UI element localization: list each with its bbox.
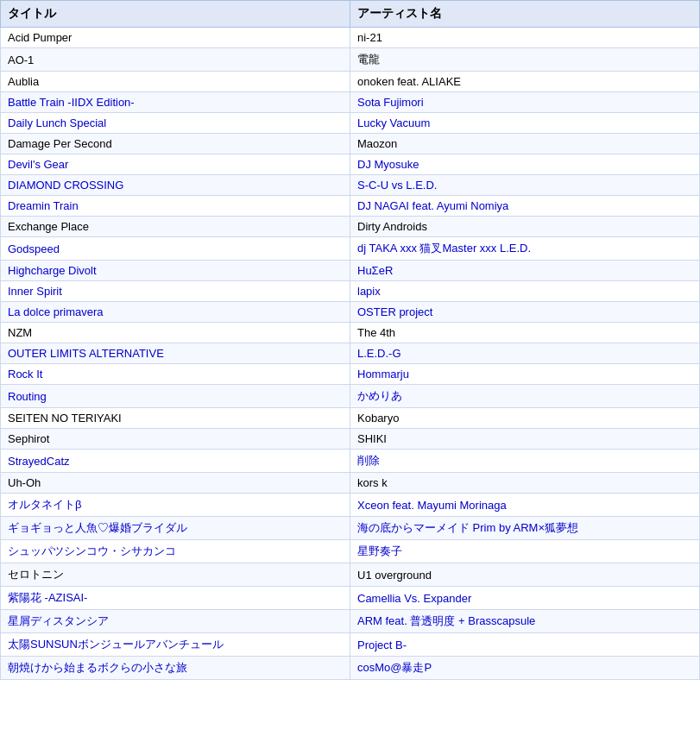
table-row: Rock ItHommarju xyxy=(1,364,700,385)
song-title: NZM xyxy=(1,323,350,343)
song-artist: U1 overground xyxy=(350,563,700,587)
song-artist: 削除 xyxy=(350,450,700,473)
song-artist: 海の底からマーメイド Prim by ARM×狐夢想 xyxy=(350,517,700,540)
song-title: Damage Per Second xyxy=(1,134,350,154)
table-row: 星屑ディスタンシアARM feat. 普透明度 + Brasscapsule xyxy=(1,610,700,633)
table-row: Dreamin TrainDJ NAGAI feat. Ayumi Nomiya xyxy=(1,196,700,217)
song-title: セロトニン xyxy=(1,563,350,587)
table-row: シュッパツシンコウ・シサカンコ星野奏子 xyxy=(1,540,700,563)
table-row: SEITEN NO TERIYAKIKobaryo xyxy=(1,408,700,429)
song-title: Godspeed xyxy=(1,237,350,261)
song-list-table: タイトル アーティスト名 Acid Pumperni-21AO-1電龍Aubli… xyxy=(0,0,700,680)
song-title: Inner Spirit xyxy=(1,281,350,302)
table-row: 紫陽花 -AZISAI-Camellia Vs. Expander xyxy=(1,587,700,610)
song-title: Exchange Place xyxy=(1,217,350,237)
song-title: 星屑ディスタンシア xyxy=(1,610,350,633)
table-row: Battle Train -IIDX Edition-Sota Fujimori xyxy=(1,92,700,113)
song-artist: L.E.D.-G xyxy=(350,343,700,364)
song-artist: ARM feat. 普透明度 + Brasscapsule xyxy=(350,610,700,633)
table-row: Daily Lunch SpecialLucky Vacuum xyxy=(1,113,700,134)
song-title: La dolce primavera xyxy=(1,302,350,323)
song-title: DIAMOND CROSSING xyxy=(1,175,350,196)
song-artist: Sota Fujimori xyxy=(350,92,700,113)
song-artist: dj TAKA xxx 猫叉Master xxx L.E.D. xyxy=(350,237,700,261)
table-row: Godspeeddj TAKA xxx 猫叉Master xxx L.E.D. xyxy=(1,237,700,261)
table-row: 朝焼けから始まるボクらの小さな旅cosMo@暴走P xyxy=(1,657,700,680)
song-title: Battle Train -IIDX Edition- xyxy=(1,92,350,113)
table-row: Aubliaonoken feat. ALIAKE xyxy=(1,72,700,92)
song-artist: onoken feat. ALIAKE xyxy=(350,72,700,92)
table-row: OUTER LIMITS ALTERNATIVEL.E.D.-G xyxy=(1,343,700,364)
song-artist: Kobaryo xyxy=(350,408,700,429)
song-artist: kors k xyxy=(350,473,700,494)
song-title: Devil's Gear xyxy=(1,154,350,175)
song-title: 朝焼けから始まるボクらの小さな旅 xyxy=(1,657,350,680)
table-row: 太陽SUNSUNボンジュールアバンチュールProject B- xyxy=(1,633,700,657)
table-row: Exchange PlaceDirty Androids xyxy=(1,217,700,237)
table-row: Damage Per SecondMaozon xyxy=(1,134,700,154)
table-body: Acid Pumperni-21AO-1電龍Aubliaonoken feat.… xyxy=(1,28,700,680)
song-title: Routing xyxy=(1,385,350,408)
song-title: OUTER LIMITS ALTERNATIVE xyxy=(1,343,350,364)
table-row: NZMThe 4th xyxy=(1,323,700,343)
table-row: AO-1電龍 xyxy=(1,48,700,72)
song-artist: Xceon feat. Mayumi Morinaga xyxy=(350,494,700,517)
song-artist: 電龍 xyxy=(350,48,700,72)
table-row: オルタネイトβXceon feat. Mayumi Morinaga xyxy=(1,494,700,517)
song-artist: Lucky Vacuum xyxy=(350,113,700,134)
song-title: オルタネイトβ xyxy=(1,494,350,517)
song-artist: DJ NAGAI feat. Ayumi Nomiya xyxy=(350,196,700,217)
table-row: ギョギョっと人魚♡爆婚ブライダル海の底からマーメイド Prim by ARM×狐… xyxy=(1,517,700,540)
song-title: StrayedCatz xyxy=(1,450,350,473)
table-row: セロトニンU1 overground xyxy=(1,563,700,587)
song-artist: 星野奏子 xyxy=(350,540,700,563)
song-title: Sephirot xyxy=(1,429,350,450)
song-title: ギョギョっと人魚♡爆婚ブライダル xyxy=(1,517,350,540)
song-title: Uh-Oh xyxy=(1,473,350,494)
song-title: 紫陽花 -AZISAI- xyxy=(1,587,350,610)
table-row: La dolce primaveraOSTER project xyxy=(1,302,700,323)
table-row: Routingかめりあ xyxy=(1,385,700,408)
table-row: Highcharge DivoltHuΣeR xyxy=(1,261,700,281)
song-artist: cosMo@暴走P xyxy=(350,657,700,680)
song-artist: Project B- xyxy=(350,633,700,657)
song-artist: ni-21 xyxy=(350,28,700,48)
song-title: シュッパツシンコウ・シサカンコ xyxy=(1,540,350,563)
song-title: Dreamin Train xyxy=(1,196,350,217)
table-header-row: タイトル アーティスト名 xyxy=(1,1,700,28)
table-row: Inner Spiritlapix xyxy=(1,281,700,302)
column-header-title: タイトル xyxy=(1,1,350,28)
song-artist: The 4th xyxy=(350,323,700,343)
song-title: Aublia xyxy=(1,72,350,92)
song-artist: SHIKI xyxy=(350,429,700,450)
song-artist: Hommarju xyxy=(350,364,700,385)
song-artist: かめりあ xyxy=(350,385,700,408)
song-artist: S-C-U vs L.E.D. xyxy=(350,175,700,196)
song-artist: Camellia Vs. Expander xyxy=(350,587,700,610)
song-title: Highcharge Divolt xyxy=(1,261,350,281)
table-row: Acid Pumperni-21 xyxy=(1,28,700,48)
song-artist: Maozon xyxy=(350,134,700,154)
song-artist: HuΣeR xyxy=(350,261,700,281)
table-row: SephirotSHIKI xyxy=(1,429,700,450)
table-row: StrayedCatz削除 xyxy=(1,450,700,473)
song-artist: DJ Myosuke xyxy=(350,154,700,175)
table-row: Uh-Ohkors k xyxy=(1,473,700,494)
song-title: SEITEN NO TERIYAKI xyxy=(1,408,350,429)
song-title: AO-1 xyxy=(1,48,350,72)
table-row: DIAMOND CROSSINGS-C-U vs L.E.D. xyxy=(1,175,700,196)
song-title: 太陽SUNSUNボンジュールアバンチュール xyxy=(1,633,350,657)
song-title: Acid Pumper xyxy=(1,28,350,48)
song-artist: lapix xyxy=(350,281,700,302)
song-title: Rock It xyxy=(1,364,350,385)
song-artist: Dirty Androids xyxy=(350,217,700,237)
song-title: Daily Lunch Special xyxy=(1,113,350,134)
table-row: Devil's GearDJ Myosuke xyxy=(1,154,700,175)
song-artist: OSTER project xyxy=(350,302,700,323)
column-header-artist: アーティスト名 xyxy=(350,1,700,28)
